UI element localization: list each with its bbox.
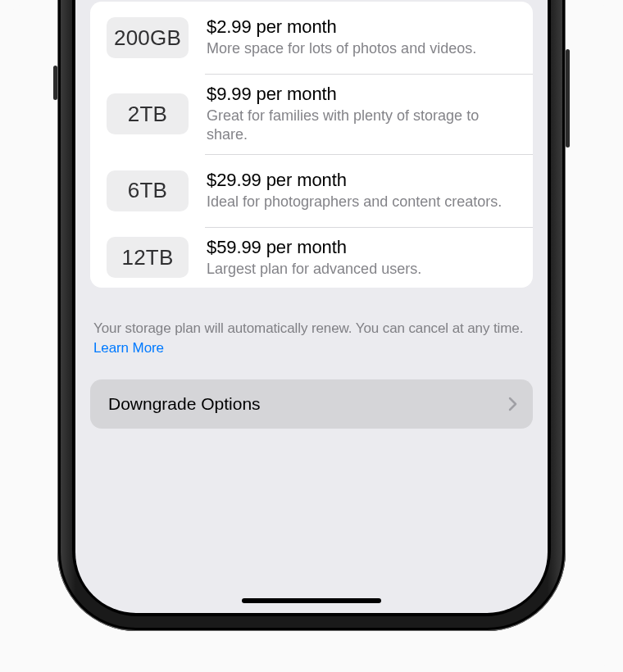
phone-screen: 200GB $2.99 per month More space for lot… (75, 0, 548, 613)
plan-row-12tb[interactable]: 12TB $59.99 per month Largest plan for a… (90, 228, 533, 288)
plan-desc: More space for lots of photos and videos… (207, 39, 520, 58)
plan-price: $9.99 per month (207, 84, 520, 105)
storage-plans-card: 200GB $2.99 per month More space for lot… (90, 2, 533, 288)
plan-size-badge: 2TB (107, 93, 189, 134)
plan-desc: Great for families with plenty of storag… (207, 107, 520, 145)
plan-size-badge: 12TB (107, 237, 189, 278)
plan-text: $2.99 per month More space for lots of p… (207, 16, 520, 58)
downgrade-label: Downgrade Options (108, 394, 261, 414)
plan-row-2tb[interactable]: 2TB $9.99 per month Great for families w… (90, 75, 533, 154)
plan-price: $2.99 per month (207, 16, 520, 38)
renewal-note: Your storage plan will automatically ren… (90, 319, 533, 358)
plan-price: $29.99 per month (207, 170, 520, 191)
plan-size-badge: 6TB (107, 170, 189, 211)
plan-row-6tb[interactable]: 6TB $29.99 per month Ideal for photograp… (90, 155, 533, 227)
phone-frame: 200GB $2.99 per month More space for lot… (57, 0, 566, 631)
plan-row-200gb[interactable]: 200GB $2.99 per month More space for lot… (90, 2, 533, 74)
home-indicator[interactable] (242, 598, 381, 603)
phone-side-button-right (566, 49, 570, 148)
renewal-note-text: Your storage plan will automatically ren… (93, 320, 523, 336)
chevron-right-icon (508, 397, 518, 411)
downgrade-options-button[interactable]: Downgrade Options (90, 379, 533, 429)
screen-content: 200GB $2.99 per month More space for lot… (75, 2, 548, 613)
canvas: 200GB $2.99 per month More space for lot… (0, 0, 623, 672)
plan-size-badge: 200GB (107, 17, 189, 58)
plan-price: $59.99 per month (207, 237, 520, 258)
plan-text: $9.99 per month Great for families with … (207, 84, 520, 145)
plan-desc: Largest plan for advanced users. (207, 260, 520, 279)
learn-more-link[interactable]: Learn More (93, 340, 164, 356)
plan-text: $59.99 per month Largest plan for advanc… (207, 237, 520, 279)
plan-desc: Ideal for photographers and content crea… (207, 193, 520, 211)
plan-text: $29.99 per month Ideal for photographers… (207, 170, 520, 211)
